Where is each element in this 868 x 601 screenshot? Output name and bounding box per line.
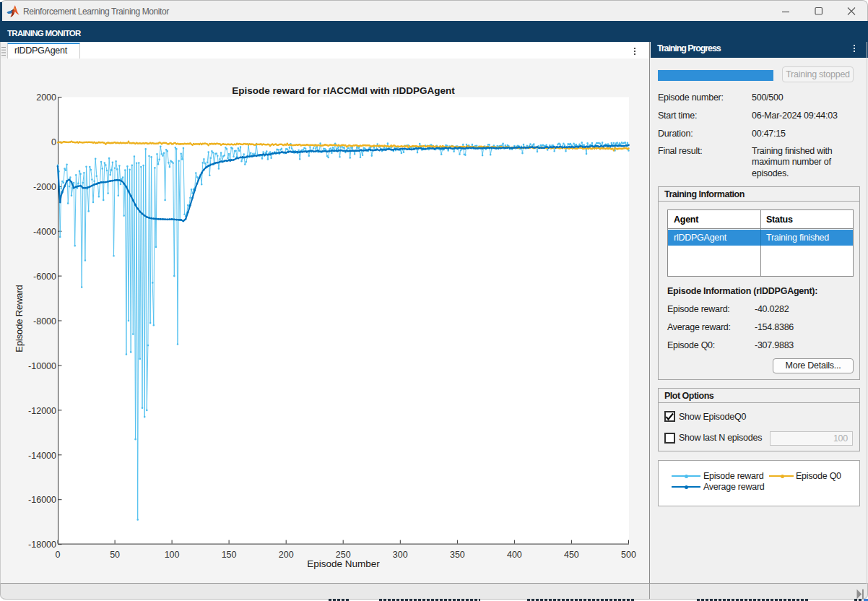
svg-text:Episode Reward: Episode Reward (14, 285, 25, 352)
svg-text:500: 500 (621, 550, 636, 560)
svg-text:350: 350 (450, 550, 465, 560)
svg-text:-14000: -14000 (28, 451, 56, 461)
svg-text:100: 100 (165, 550, 180, 560)
svg-text:-6000: -6000 (33, 272, 56, 282)
svg-text:2000: 2000 (36, 92, 56, 103)
svg-text:Episode Number: Episode Number (307, 558, 380, 569)
svg-text:150: 150 (222, 550, 237, 560)
svg-text:-16000: -16000 (28, 495, 56, 505)
svg-text:-10000: -10000 (28, 361, 56, 371)
svg-text:50: 50 (110, 550, 120, 560)
svg-text:400: 400 (507, 550, 522, 560)
svg-text:-8000: -8000 (33, 316, 56, 327)
svg-text:-4000: -4000 (33, 227, 56, 237)
svg-text:-18000: -18000 (28, 540, 56, 550)
svg-text:200: 200 (279, 550, 294, 560)
svg-text:-2000: -2000 (33, 182, 56, 192)
svg-text:0: 0 (51, 137, 56, 147)
svg-text:450: 450 (564, 550, 579, 560)
svg-text:300: 300 (393, 550, 408, 560)
svg-text:0: 0 (56, 550, 61, 560)
svg-text:Episode reward for rlACCMdl wi: Episode reward for rlACCMdl with rlDDPGA… (232, 85, 455, 96)
svg-text:-12000: -12000 (28, 406, 56, 416)
